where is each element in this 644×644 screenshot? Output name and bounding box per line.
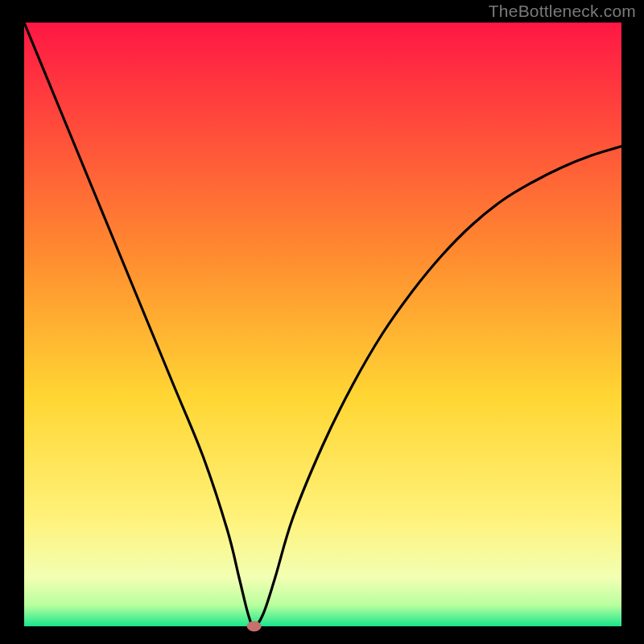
watermark-label: TheBottleneck.com [489,2,636,21]
bottleneck-chart [0,0,644,644]
plot-background [24,23,621,626]
optimal-marker [247,621,262,632]
chart-frame: TheBottleneck.com [0,0,644,644]
